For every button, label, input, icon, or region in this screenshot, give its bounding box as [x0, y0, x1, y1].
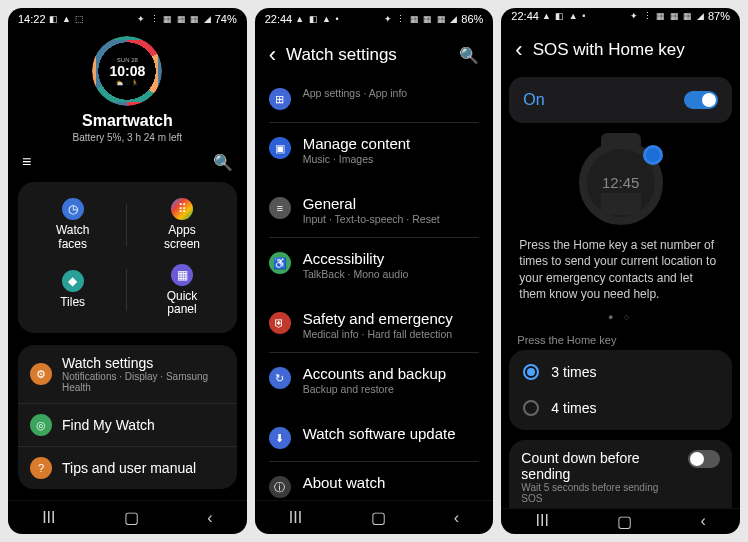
- status-time: 22:44: [511, 10, 539, 22]
- status-battery: 86%: [461, 13, 483, 25]
- row-title: Watch software update: [303, 425, 456, 442]
- row-subtitle: Backup and restore: [303, 383, 446, 395]
- screen-watch-settings: 22:44 ▲ ◧ ▲ • ✦ ⋮ ▦ ▦ ▦ ◢ 86% ‹ Watch se…: [255, 8, 494, 534]
- nav-home-icon[interactable]: ▢: [371, 508, 386, 527]
- watchface-date: SUN 28: [117, 57, 138, 63]
- tiles-icon: ◆: [62, 270, 84, 292]
- tile-label: Watch faces: [56, 224, 90, 252]
- countdown-switch[interactable]: [688, 450, 720, 468]
- toggle-state-label: On: [523, 91, 544, 109]
- row-title: Manage content: [303, 135, 411, 152]
- row-title: Count down before sending: [521, 450, 680, 482]
- status-battery: 87%: [708, 10, 730, 22]
- page-title: Watch settings: [286, 45, 449, 65]
- quick-panel-icon: ▦: [171, 264, 193, 286]
- home-key-highlight-icon: [643, 145, 663, 165]
- radio-icon: [523, 364, 539, 380]
- row-subtitle: TalkBack · Mono audio: [303, 268, 409, 280]
- page-indicator: ● ○: [501, 308, 740, 330]
- apps-icon: ⠿: [171, 198, 193, 220]
- row-subtitle: App settings · App info: [303, 87, 408, 99]
- search-icon[interactable]: 🔍: [213, 153, 233, 172]
- row-title: Accessibility: [303, 250, 409, 267]
- tile-tiles[interactable]: ◆ Tiles: [18, 258, 127, 324]
- row-title: Accounts and backup: [303, 365, 446, 382]
- master-toggle-row[interactable]: On: [509, 77, 732, 123]
- quick-tiles-grid: ◷ Watch faces ⠿ Apps screen ◆ Tiles ▦ Qu…: [18, 182, 237, 333]
- row-software-update[interactable]: ⬇ Watch software update: [255, 415, 494, 459]
- apps-icon: ⊞: [269, 88, 291, 110]
- row-title: Tips and user manual: [62, 460, 196, 476]
- row-apps[interactable]: ⊞ App settings · App info: [255, 76, 494, 120]
- battery-status: Battery 5%, 3 h 24 m left: [8, 132, 247, 143]
- status-bar: 22:44 ▲ ◧ ▲ • ✦ ⋮ ▦ ▦ ▦ ◢ 86%: [255, 8, 494, 30]
- nav-recent-icon[interactable]: III: [536, 512, 549, 530]
- tile-label: Apps screen: [164, 224, 200, 252]
- nav-back-icon[interactable]: ‹: [454, 509, 459, 527]
- row-accessibility[interactable]: ♿ Accessibility TalkBack · Mono audio: [255, 240, 494, 290]
- watch-illustration: 12:45: [561, 135, 681, 234]
- row-about-watch[interactable]: ⓘ About watch: [255, 464, 494, 500]
- row-subtitle: Wait 5 seconds before sending SOS: [521, 482, 680, 504]
- illustration-time: 12:45: [602, 174, 640, 191]
- tile-watch-faces[interactable]: ◷ Watch faces: [18, 192, 127, 258]
- divider: [269, 461, 480, 462]
- row-title: About watch: [303, 474, 386, 491]
- sync-icon: ↻: [269, 367, 291, 389]
- menu-icon[interactable]: ≡: [22, 153, 31, 172]
- nav-back-icon[interactable]: ‹: [701, 512, 706, 530]
- divider: [269, 237, 480, 238]
- nav-bar: III ▢ ‹: [8, 500, 247, 534]
- option-3-times[interactable]: 3 times: [509, 354, 732, 390]
- row-subtitle: Notifications · Display · Samsung Health: [62, 371, 225, 393]
- tile-quick-panel[interactable]: ▦ Quick panel: [127, 258, 236, 324]
- nav-home-icon[interactable]: ▢: [617, 512, 632, 531]
- page-title: SOS with Home key: [533, 40, 726, 60]
- option-label: 3 times: [551, 364, 596, 380]
- row-accounts-backup[interactable]: ↻ Accounts and backup Backup and restore: [255, 355, 494, 405]
- back-icon[interactable]: ‹: [269, 42, 276, 68]
- tile-apps-screen[interactable]: ⠿ Apps screen: [127, 192, 236, 258]
- tile-label: Quick panel: [167, 290, 198, 318]
- row-safety-emergency[interactable]: ⛨ Safety and emergency Medical info · Ha…: [255, 300, 494, 350]
- settings-list: ⊞ App settings · App info ▣ Manage conte…: [255, 76, 494, 500]
- search-icon[interactable]: 🔍: [459, 46, 479, 65]
- countdown-row[interactable]: Count down before sending Wait 5 seconds…: [509, 440, 732, 508]
- nav-home-icon[interactable]: ▢: [124, 508, 139, 527]
- row-tips[interactable]: ? Tips and user manual: [18, 447, 237, 489]
- screen-galaxy-wearable-home: 14:22 ◧ ▲ ⬚ ✦ ⋮ ▦ ▦ ▦ ◢ 74% SUN 28 10:08…: [8, 8, 247, 534]
- row-subtitle: Input · Text-to-speech · Reset: [303, 213, 440, 225]
- option-label: 4 times: [551, 400, 596, 416]
- status-time: 22:44: [265, 13, 293, 25]
- nav-bar: III ▢ ‹: [501, 508, 740, 534]
- radio-icon: [523, 400, 539, 416]
- option-4-times[interactable]: 4 times: [509, 390, 732, 426]
- watchface-preview[interactable]: SUN 28 10:08 ⛅ ♡ 🏃 Smartwatch Battery 5%…: [8, 30, 247, 147]
- description-text: Press the Home key a set number of times…: [501, 233, 740, 308]
- nav-recent-icon[interactable]: III: [289, 509, 302, 527]
- back-icon[interactable]: ‹: [515, 37, 522, 63]
- row-title: Safety and emergency: [303, 310, 453, 327]
- question-icon: ?: [30, 457, 52, 479]
- status-right-icons: ✦ ⋮ ▦ ▦ ▦ ◢: [384, 14, 459, 24]
- row-subtitle: Medical info · Hard fall detection: [303, 328, 453, 340]
- info-icon: ⓘ: [269, 476, 291, 498]
- toggle-switch[interactable]: [684, 91, 718, 109]
- accessibility-icon: ♿: [269, 252, 291, 274]
- status-right-icons: ✦ ⋮ ▦ ▦ ▦ ◢: [630, 11, 705, 21]
- row-manage-content[interactable]: ▣ Manage content Music · Images: [255, 125, 494, 175]
- row-find-my-watch[interactable]: ◎ Find My Watch: [18, 404, 237, 447]
- status-battery: 74%: [215, 13, 237, 25]
- general-icon: ≡: [269, 197, 291, 219]
- status-right-icons: ✦ ⋮ ▦ ▦ ▦ ◢: [137, 14, 212, 24]
- nav-recent-icon[interactable]: III: [42, 509, 55, 527]
- row-title: Find My Watch: [62, 417, 155, 433]
- row-watch-settings[interactable]: ⚙ Watch settings Notifications · Display…: [18, 345, 237, 404]
- tile-label: Tiles: [60, 296, 85, 310]
- nav-back-icon[interactable]: ‹: [207, 509, 212, 527]
- gear-icon: ⚙: [30, 363, 52, 385]
- nav-bar: III ▢ ‹: [255, 500, 494, 534]
- row-general[interactable]: ≡ General Input · Text-to-speech · Reset: [255, 185, 494, 235]
- clock-icon: ◷: [62, 198, 84, 220]
- settings-list: ⚙ Watch settings Notifications · Display…: [18, 345, 237, 489]
